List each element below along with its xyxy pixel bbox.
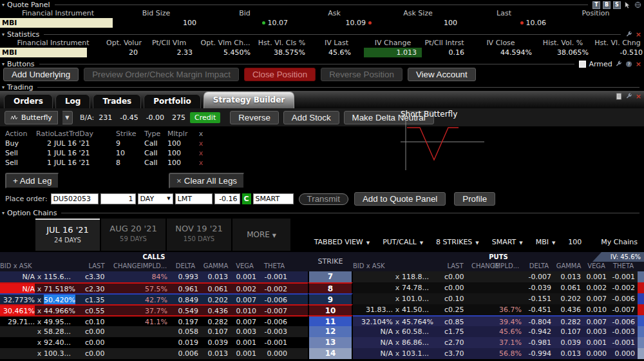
more-expiries-button[interactable]: MORE ▼: [232, 219, 290, 251]
leg-type[interactable]: Call: [144, 158, 167, 168]
preview-order-button[interactable]: Preview Order/Check Margin Impact: [84, 68, 239, 81]
add-to-quote-panel-button[interactable]: Add to Quote Panel: [354, 192, 446, 206]
close-icon[interactable]: ×: [636, 60, 641, 68]
calls-bid-value[interactable]: [0, 337, 35, 348]
bid-size-value[interactable]: 100: [116, 19, 196, 27]
calls-bid-ask-cell[interactable]: x58.28...: [0, 326, 80, 337]
globe-icon[interactable]: [634, 1, 641, 9]
leg-type[interactable]: Call: [144, 148, 167, 158]
expiry-tab-aug[interactable]: AUG 20 '21 59 DAYS: [101, 219, 166, 251]
ask-value[interactable]: 10.09: [346, 19, 366, 27]
puts-bid-ask-cell[interactable]: 31.83...x41.50...: [353, 304, 439, 315]
puts-ask-value[interactable]: 74.78...: [402, 282, 429, 293]
armed-checkbox[interactable]: [579, 61, 586, 68]
expiry-tab-jul[interactable]: JUL 16 '21 24 DAYS: [35, 219, 100, 251]
calls-ask-value[interactable]: 58.28...: [44, 326, 71, 337]
view-mode-select[interactable]: TABBED VIEW▼: [314, 238, 370, 246]
calls-ask-value[interactable]: 100.3...: [44, 348, 71, 359]
last-value[interactable]: 10.06: [526, 19, 547, 27]
puts-last-value[interactable]: c2.70: [439, 337, 471, 348]
ask-size-value[interactable]: 100: [375, 19, 460, 27]
limit-price-field[interactable]: -0.16: [214, 193, 240, 204]
puts-bid-ask-cell[interactable]: N/Ax103.1...: [353, 348, 439, 359]
account-field[interactable]: DU502053: [51, 193, 99, 204]
hst-vl-chng-value[interactable]: -0.510: [591, 48, 644, 57]
calls-ask-value[interactable]: 71.518%: [44, 284, 75, 293]
calls-bid-ask-cell[interactable]: N/Ax115.6...: [0, 271, 80, 282]
calls-bid-value[interactable]: 32.773%: [0, 295, 35, 304]
puts-last-value[interactable]: c0.10: [439, 293, 471, 304]
reverse-button[interactable]: Reverse: [230, 111, 279, 124]
hist-vol-value[interactable]: 38.065%: [535, 48, 591, 57]
iv-last-value[interactable]: 45.6%: [309, 48, 364, 57]
trades-tool-icon[interactable]: T: [592, 1, 600, 9]
leg-lasttrdday[interactable]: JUL 16 '21: [54, 158, 116, 168]
add-leg-button[interactable]: + Add Leg: [5, 173, 59, 189]
hst-vl-cls-value[interactable]: 38.575%: [254, 48, 309, 57]
pt-cll-intrst-value[interactable]: 0.16: [422, 48, 467, 57]
symbol-field[interactable]: MBI: [0, 18, 113, 28]
remove-leg-icon[interactable]: x: [193, 158, 209, 168]
view-account-button[interactable]: View Account: [408, 68, 476, 81]
put-call-select[interactable]: PUT/CALL▼: [383, 238, 423, 246]
pt-cll-vlm-value[interactable]: 2.33: [142, 48, 196, 57]
calls-bid-value[interactable]: N/A: [0, 271, 35, 282]
strikes-select[interactable]: 8 STRIKES▼: [436, 238, 479, 246]
calls-last-value[interactable]: c3.30: [80, 271, 113, 282]
iv-change-value[interactable]: 1.013: [364, 48, 422, 57]
leg-mltplr[interactable]: 100: [167, 148, 193, 158]
puts-ask-value[interactable]: 45.764%: [402, 317, 433, 326]
collapse-arrow-icon[interactable]: ▾: [2, 32, 5, 37]
puts-bid-ask-cell[interactable]: N/Ax60.58...: [353, 326, 439, 337]
puts-last-value[interactable]: c0.00: [439, 271, 471, 282]
reverse-position-button[interactable]: Reverse Position: [321, 68, 402, 81]
leg-action[interactable]: Buy: [5, 139, 36, 148]
collapse-arrow-icon[interactable]: ▾: [2, 210, 5, 216]
calls-bid-ask-cell[interactable]: 29.71...x49.95...: [0, 317, 80, 326]
puts-last-value[interactable]: c0.85: [439, 317, 471, 326]
leg-strike[interactable]: 8: [116, 158, 144, 168]
puts-bid-value[interactable]: 31.83...: [353, 304, 393, 315]
remove-leg-icon[interactable]: x: [193, 139, 209, 148]
puts-ask-value[interactable]: 101.0...: [402, 293, 429, 304]
leg-ratio[interactable]: 1: [36, 158, 54, 168]
symbol-field[interactable]: MBI: [0, 48, 87, 57]
puts-bid-ask-cell[interactable]: x101.0...: [353, 293, 439, 304]
bid-value[interactable]: 10.07: [268, 19, 289, 27]
calls-bid-value[interactable]: N/A: [0, 284, 35, 293]
puts-bid-ask-cell[interactable]: N/Ax86.86...: [353, 337, 439, 348]
tab-orders[interactable]: Orders: [4, 94, 53, 108]
calls-last-value[interactable]: c0.00: [80, 326, 113, 337]
my-chains-button[interactable]: My Chains: [601, 238, 638, 246]
calls-ask-value[interactable]: 49.95...: [44, 317, 71, 326]
add-underlying-button[interactable]: Add Underlying: [3, 68, 79, 81]
close-icon[interactable]: ×: [636, 92, 641, 101]
leg-ratio[interactable]: 1: [36, 148, 54, 158]
leg-mltplr[interactable]: 100: [167, 139, 193, 148]
opt-vlm-ch-value[interactable]: 5.450%: [196, 48, 254, 57]
puts-last-value[interactable]: c0.00: [439, 282, 471, 293]
wrench-icon[interactable]: [625, 92, 633, 100]
puts-bid-value[interactable]: N/A: [353, 348, 393, 359]
puts-bid-value[interactable]: N/A: [353, 337, 393, 348]
puts-bid-value[interactable]: [353, 293, 393, 304]
calls-bid-ask-cell[interactable]: x92.40...: [0, 337, 80, 348]
leg-strike[interactable]: 9: [116, 139, 144, 148]
calls-last-value[interactable]: c2.30: [80, 284, 113, 293]
puts-bid-value[interactable]: [353, 271, 393, 282]
puts-bid-value[interactable]: 32.104%: [353, 317, 393, 326]
pointer-icon[interactable]: [623, 1, 631, 9]
opt-volume-value[interactable]: 20: [106, 48, 142, 57]
calls-bid-value[interactable]: 29.71...: [0, 317, 35, 326]
collapse-arrow-icon[interactable]: ▾: [2, 84, 5, 90]
symbol-select[interactable]: MBI▼: [536, 238, 556, 246]
chevron-down-icon[interactable]: ▼: [62, 111, 73, 124]
quantity-field[interactable]: 1: [100, 193, 136, 204]
route-select[interactable]: SMART▼: [492, 238, 523, 246]
puts-bid-ask-cell[interactable]: x74.78...: [353, 282, 439, 293]
puts-last-value[interactable]: c3.70: [439, 348, 471, 359]
add-stock-button[interactable]: Add Stock: [283, 111, 339, 124]
remove-leg-icon[interactable]: x: [193, 148, 209, 158]
strategy-selector[interactable]: Butterfly: [5, 111, 58, 124]
calls-bid-ask-cell[interactable]: x100.3...: [0, 348, 80, 359]
